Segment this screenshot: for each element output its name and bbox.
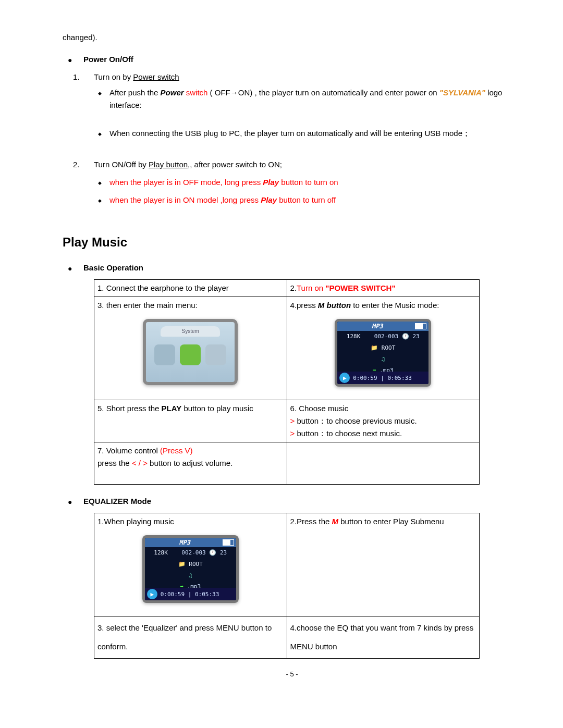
menu-icon-1: [154, 344, 175, 365]
power-step-2: 2. Turn ON/Off by Play button,, after po…: [73, 158, 521, 171]
play-emph: PLAY: [162, 404, 182, 413]
basic-operation-table: 1. Connect the earphone to the player 2.…: [94, 279, 480, 485]
battery-icon: [415, 323, 426, 329]
switch-word: switch: [184, 88, 208, 97]
press-v: (Press V): [160, 446, 193, 455]
text: Turn on: [297, 283, 325, 292]
cell-2-1: 3. then enter the main menu: System: [94, 297, 287, 400]
text: Turn on by: [94, 72, 133, 81]
page-number: - 5 -: [63, 669, 521, 680]
music-note-icon: ♫: [381, 356, 385, 363]
play-word: Play: [261, 195, 277, 204]
equalizer-heading: EQUALIZER Mode: [63, 495, 521, 508]
basic-operation-heading: Basic Operation: [63, 262, 521, 274]
bitrate-label: 128K: [347, 333, 361, 340]
folder-icon: 📁: [178, 561, 186, 567]
power-word: Power: [161, 88, 184, 97]
text: to enter the Music mode:: [351, 301, 439, 310]
text: 7. Volume control: [97, 446, 160, 455]
cell-1-1: 1. Connect the earphone to the player: [94, 280, 287, 297]
count-label: 23: [412, 333, 419, 340]
main-menu-screenshot: System: [143, 319, 238, 385]
text: 1.When playing music: [97, 515, 284, 528]
angle-icon: >: [290, 416, 297, 425]
power-step2-b: when the player is in ON model ,long pre…: [63, 194, 521, 206]
folder-icon: 📁: [371, 344, 378, 351]
text: 2.: [290, 283, 297, 292]
text: button to turn off: [277, 195, 336, 204]
text: when the player is in ON model ,long pre…: [109, 195, 261, 204]
cell-4-1: 7. Volume control (Press V) press the < …: [94, 442, 287, 485]
angle-icon: >: [290, 429, 297, 438]
play-icon: ▶: [339, 373, 350, 383]
battery-icon: [223, 539, 234, 546]
text: When connecting the USB plug to PC, the …: [109, 129, 470, 138]
cell-1-2: 2.Turn on "POWER SWITCH": [287, 280, 480, 297]
power-switch-link: Power switch: [133, 72, 179, 81]
play-word: Play: [263, 178, 279, 187]
play-button-link: Play button,: [149, 160, 190, 169]
m-emph: M: [332, 517, 339, 526]
mp3-label: MP3: [179, 539, 190, 546]
eq-cell-2-1: 3. select the 'Equalizer' and press MENU…: [94, 616, 287, 659]
music-mode-screenshot: MP3 128K 002-003 🕐 23 📁 ROOT ♫ ➡ .mp3 ▶0…: [335, 319, 431, 387]
eq-cell-1-2: 2.Press the M button to enter Play Subme…: [287, 513, 480, 616]
root-label: ROOT: [189, 561, 203, 567]
text: press the: [97, 459, 132, 467]
cell-2-2: 4.press M button to enter the Music mode…: [287, 297, 480, 400]
power-step-1: 1. Turn on by Power switch: [73, 71, 521, 83]
text: , after power switch to ON;: [190, 160, 282, 169]
text: 3. then enter the main menu:: [97, 299, 284, 312]
bitrate-label: 128K: [154, 549, 168, 556]
step-number: 2.: [73, 158, 80, 171]
text: button to enter Play Submenu: [338, 517, 444, 526]
power-sub-2: When connecting the USB plug to PC, the …: [73, 127, 516, 140]
music-note-icon: ♫: [189, 572, 192, 579]
text: Turn ON/Off by: [94, 160, 149, 169]
play-icon: ▶: [147, 589, 157, 599]
eq-cell-1-1: 1.When playing music MP3 128K 002-003 🕐 …: [94, 513, 287, 616]
music-playing-screenshot: MP3 128K 002-003 🕐 23 📁 ROOT ♫ ➡ .mp3 ▶0…: [142, 535, 239, 603]
text: button：to choose next music.: [297, 429, 402, 438]
mp3-label: MP3: [372, 323, 383, 330]
root-label: ROOT: [382, 344, 396, 351]
power-step2-a: when the player is in OFF mode, long pre…: [63, 176, 521, 189]
text: 6. Choose music: [290, 402, 476, 415]
text: button to adjust volume.: [148, 459, 232, 467]
text: button：to choose previous music.: [297, 416, 417, 425]
trailing-fragment: changed).: [63, 31, 521, 44]
text: 5. Short press the: [97, 404, 162, 413]
power-sub-1: After push the Power switch ( OFF→ON) , …: [73, 87, 516, 112]
menu-icon-2-selected: [180, 344, 201, 365]
text: when the player is in OFF mode, long pre…: [109, 178, 263, 187]
menu-icon-3: [205, 344, 226, 365]
track-index: 002-003: [374, 333, 398, 340]
step-number: 1.: [73, 71, 80, 83]
system-tab-label: System: [161, 326, 220, 337]
time-readout: 0:00:59 | 0:05:33: [353, 374, 412, 383]
track-index: 002-003: [181, 549, 205, 556]
power-onoff-heading: Power On/Off: [63, 53, 521, 66]
text: button to play music: [181, 404, 253, 413]
cell-3-1: 5. Short press the PLAY button to play m…: [94, 400, 287, 442]
power-switch-emph: "POWER SWITCH": [325, 283, 395, 292]
play-music-heading: Play Music: [63, 232, 521, 252]
text: After push the: [109, 88, 161, 97]
angle-brackets: < / >: [132, 459, 148, 467]
equalizer-table: 1.When playing music MP3 128K 002-003 🕐 …: [94, 513, 480, 659]
cell-4-2: [287, 442, 480, 485]
cell-3-2: 6. Choose music > button：to choose previ…: [287, 400, 480, 442]
eq-cell-2-2: 4.choose the EQ that you want from 7 kin…: [287, 616, 480, 659]
time-readout: 0:00:59 | 0:05:33: [161, 590, 219, 599]
text: 2.Press the: [290, 517, 332, 526]
sylvania-word: "SYLVANIA": [439, 88, 485, 97]
text: button to turn on: [279, 178, 338, 187]
text: ( OFF→ON) , the player turn on automatic…: [207, 88, 439, 97]
count-label: 23: [220, 549, 227, 556]
text: 4.press: [290, 301, 318, 310]
m-button-emph: M button: [318, 301, 351, 310]
